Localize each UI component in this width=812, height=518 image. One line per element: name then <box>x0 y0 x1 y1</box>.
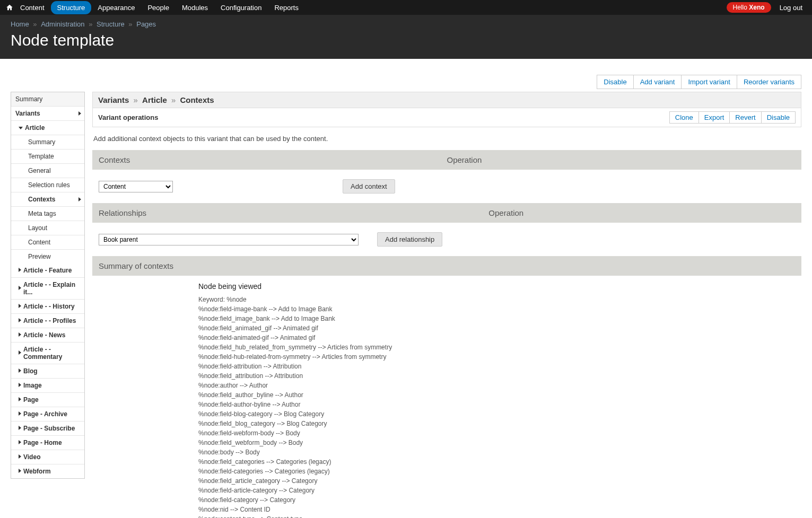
breadcrumb-link[interactable]: Pages <box>136 20 156 28</box>
sidebar-variant-webform[interactable]: Webform <box>11 464 84 478</box>
chevron-right-icon <box>19 350 21 356</box>
add-context-button[interactable]: Add context <box>343 179 395 194</box>
sidebar-variant-blog[interactable]: Blog <box>11 364 84 379</box>
sidebar-article-content[interactable]: Content <box>11 235 84 250</box>
summary-line: %node:field_webform_body --> Body <box>198 438 801 447</box>
relationship-type-select[interactable]: Book parent <box>99 234 359 245</box>
admin-toolbar: ContentStructureAppearancePeopleModulesC… <box>0 0 812 15</box>
sidebar-variant-page[interactable]: Page <box>11 393 84 407</box>
chevron-right-icon <box>19 440 21 445</box>
sidebar-variant-article-history[interactable]: Article - - History <box>11 300 84 314</box>
variant-operations-row: Variant operations CloneExportRevertDisa… <box>92 108 801 127</box>
summary-line: %node:field-blog-category --> Blog Categ… <box>198 409 801 419</box>
summary-header: Summary of contexts <box>92 256 801 276</box>
summary-line: %node:field-hub-related-from-symmetry --… <box>198 352 801 362</box>
sidebar-article-layout[interactable]: Layout <box>11 221 84 235</box>
summary-line: %node:field_article_category --> Categor… <box>198 476 801 486</box>
contexts-body: Content Add context <box>92 170 801 203</box>
summary-line: %node:field-animated-gif --> Animated gi… <box>198 333 801 343</box>
toolbar-item-appearance[interactable]: Appearance <box>91 1 141 14</box>
chevron-right-icon <box>19 318 21 323</box>
logout-link[interactable]: Log out <box>775 4 807 12</box>
summary-line: %node:field_image_bank --> Add to Image … <box>198 314 801 323</box>
variant-op-revert[interactable]: Revert <box>729 111 761 124</box>
page-header: Home » Administration » Structure » Page… <box>0 15 812 59</box>
chevron-right-icon <box>19 426 21 431</box>
sidebar-variant-page-subscribe[interactable]: Page - Subscribe <box>11 422 84 436</box>
summary-line: %node:body --> Body <box>198 447 801 457</box>
variant-op-clone[interactable]: Clone <box>669 111 699 124</box>
sidebar-variant-article-profiles[interactable]: Article - - Profiles <box>11 314 84 328</box>
sidebar-variant-article-news[interactable]: Article - News <box>11 328 84 343</box>
contexts-header: Contexts Operation <box>92 150 801 170</box>
chevron-right-icon <box>19 368 21 374</box>
summary-line: %node:field_categories --> Categories (l… <box>198 457 801 467</box>
home-icon[interactable] <box>5 4 14 11</box>
page-tab-add-variant[interactable]: Add variant <box>633 75 682 89</box>
sidebar-variant-page-home[interactable]: Page - Home <box>11 436 84 450</box>
sidebar-summary[interactable]: Summary <box>11 92 84 107</box>
chevron-right-icon <box>19 268 21 273</box>
breadcrumb-link[interactable]: Structure <box>97 20 125 28</box>
chevron-right-icon <box>19 383 21 388</box>
sidebar-variant-article-commentary[interactable]: Article - - Commentary <box>11 343 84 364</box>
sidebar-article[interactable]: Article <box>11 121 84 135</box>
variant-op-export[interactable]: Export <box>699 111 730 124</box>
page-tab-disable[interactable]: Disable <box>597 75 633 89</box>
sidebar-variant-article-explain-it-[interactable]: Article - - Explain it... <box>11 278 84 300</box>
sidebar-article-contexts[interactable]: Contexts <box>11 192 84 207</box>
toolbar-item-structure[interactable]: Structure <box>51 1 92 14</box>
summary-line: %node:field-attribution --> Attribution <box>198 362 801 371</box>
sidebar-article-template[interactable]: Template <box>11 150 84 164</box>
sidebar-variant-image[interactable]: Image <box>11 379 84 393</box>
toolbar-item-configuration[interactable]: Configuration <box>214 1 268 14</box>
chevron-right-icon <box>19 454 21 460</box>
sidebar-article-meta-tags[interactable]: Meta tags <box>11 207 84 221</box>
content-area: Variants » Article » Contexts Variant op… <box>92 92 801 518</box>
relationships-header: Relationships Operation <box>92 203 801 223</box>
relationships-body: Book parent Add relationship <box>92 223 801 256</box>
summary-line: %node:field-image-bank --> Add to Image … <box>198 304 801 314</box>
sidebar-variant-video[interactable]: Video <box>11 450 84 464</box>
variant-op-disable[interactable]: Disable <box>761 111 796 124</box>
user-badge[interactable]: Hello Xeno <box>727 2 771 13</box>
chevron-right-icon <box>78 197 81 203</box>
page-title: Node template <box>11 31 801 49</box>
add-relationship-button[interactable]: Add relationship <box>377 232 442 247</box>
summary-body: Node being viewed Keyword: %node%node:fi… <box>92 276 801 518</box>
chevron-right-icon <box>19 332 21 338</box>
breadcrumb-link[interactable]: Home <box>11 20 29 28</box>
summary-line: %node:field-author-byline --> Author <box>198 400 801 409</box>
toolbar-item-modules[interactable]: Modules <box>176 1 214 14</box>
summary-line: %node:field_blog_category --> Blog Categ… <box>198 419 801 428</box>
sidebar-variants[interactable]: Variants <box>11 107 84 121</box>
context-description: Add additional context objects to this v… <box>92 127 801 150</box>
page-tab-reorder-variants[interactable]: Reorder variants <box>737 75 801 89</box>
summary-line: %node:content-type --> Content type <box>198 514 801 518</box>
summary-line: %node:field_animated_gif --> Animated gi… <box>198 323 801 333</box>
sidebar-article-selection-rules[interactable]: Selection rules <box>11 178 84 192</box>
sidebar-article-summary[interactable]: Summary <box>11 135 84 150</box>
chevron-right-icon <box>19 304 21 309</box>
chevron-right-icon <box>19 397 21 402</box>
sidebar-article-general[interactable]: General <box>11 164 84 178</box>
toolbar-item-people[interactable]: People <box>141 1 175 14</box>
chevron-right-icon <box>19 411 21 417</box>
content-path-header: Variants » Article » Contexts <box>92 92 801 108</box>
summary-line: %node:nid --> Content ID <box>198 505 801 514</box>
chevron-right-icon <box>19 286 21 291</box>
summary-line: %node:author --> Author <box>198 381 801 390</box>
summary-line: Keyword: %node <box>198 295 801 304</box>
toolbar-item-content[interactable]: Content <box>14 1 51 14</box>
sidebar-variant-page-archive[interactable]: Page - Archive <box>11 407 84 422</box>
summary-line: %node:field-article-category --> Categor… <box>198 486 801 495</box>
summary-line: %node:field_hub_related_from_symmetry --… <box>198 343 801 352</box>
sidebar-article-preview[interactable]: Preview <box>11 250 84 264</box>
context-type-select[interactable]: Content <box>99 181 173 192</box>
page-tab-import-variant[interactable]: Import variant <box>681 75 737 89</box>
sidebar-variant-article-feature[interactable]: Article - Feature <box>11 264 84 278</box>
breadcrumb-link[interactable]: Administration <box>41 20 84 28</box>
summary-line: %node:field-category --> Category <box>198 495 801 505</box>
summary-line: %node:field_author_byline --> Author <box>198 390 801 400</box>
toolbar-item-reports[interactable]: Reports <box>268 1 305 14</box>
